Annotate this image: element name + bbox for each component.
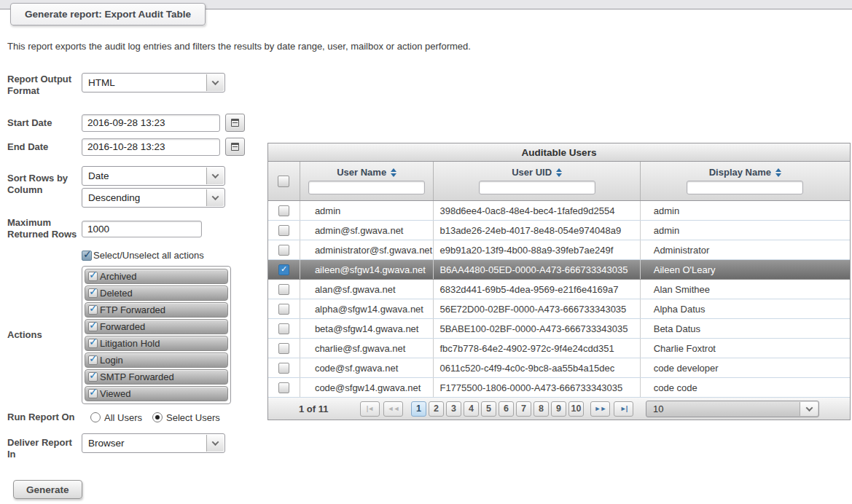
- output-format-select[interactable]: HTML: [82, 73, 225, 92]
- last-page-icon: ►|: [620, 405, 627, 412]
- max-rows-input[interactable]: [82, 221, 202, 237]
- tab-generate-report[interactable]: Generate report: Export Audit Table: [10, 3, 206, 25]
- sort-direction-select[interactable]: Descending: [82, 188, 225, 208]
- table-row[interactable]: ✓ administrator@sf.gwava.net e9b91a20-13…: [268, 240, 850, 260]
- form-row-sort: Sort Rows by Column Date Descending: [7, 166, 264, 208]
- row-checkbox[interactable]: ✓: [278, 205, 289, 216]
- page-number-button[interactable]: 3: [446, 401, 461, 417]
- action-checkbox[interactable]: ✓: [88, 355, 98, 365]
- row-checkbox[interactable]: ✓: [278, 363, 289, 374]
- user-uid-cell: 56E72D00-02BF-0000-A473-666733343035: [434, 299, 640, 318]
- run-report-on-label: Run Report On: [7, 412, 82, 423]
- row-checkbox[interactable]: ✓: [278, 382, 289, 393]
- sort-direction-value: Descending: [88, 192, 140, 203]
- table-row[interactable]: ✓ admin 398d6ee4-0ac8-48e4-bec4-1fafed9d…: [268, 201, 850, 221]
- select-all-rows-checkbox[interactable]: ✓: [278, 176, 289, 187]
- page-number-button[interactable]: 2: [429, 401, 444, 417]
- calendar-icon: [231, 143, 239, 151]
- row-checkbox[interactable]: ✓: [278, 323, 289, 334]
- end-date-label: End Date: [7, 141, 82, 153]
- table-row[interactable]: ✓ alpha@sfgw14.gwava.net 56E72D00-02BF-0…: [268, 299, 850, 319]
- page-number-button[interactable]: 9: [551, 401, 566, 417]
- display-name-cell: Beta Datus: [641, 319, 850, 338]
- action-item[interactable]: ✓ SMTP Forwarded: [85, 369, 228, 385]
- table-row[interactable]: ✓ beta@sfgw14.gwava.net 5BABE100-02BF-00…: [268, 319, 850, 339]
- page-number-button[interactable]: 5: [481, 401, 496, 417]
- actions-label: Actions: [7, 329, 82, 341]
- display-name-cell: code code: [641, 378, 850, 397]
- deliver-report-select[interactable]: Browser: [82, 433, 225, 453]
- row-checkbox[interactable]: ✓: [278, 245, 289, 256]
- select-all-actions-checkbox[interactable]: ✓: [82, 251, 92, 261]
- table-row[interactable]: ✓ code@sf.gwava.net 0611c520-c4f9-4c0c-9…: [268, 358, 850, 378]
- sort-icon: [775, 168, 781, 177]
- action-label: Login: [100, 355, 123, 366]
- column-header-user-name[interactable]: User Name: [300, 167, 434, 178]
- action-checkbox[interactable]: ✓: [88, 288, 98, 298]
- action-checkbox[interactable]: ✓: [88, 305, 98, 315]
- action-item[interactable]: ✓ Litigation Hold: [85, 336, 228, 351]
- row-checkbox[interactable]: ✓: [278, 284, 289, 295]
- end-date-input[interactable]: [82, 138, 220, 156]
- generate-button[interactable]: Generate: [13, 480, 82, 499]
- table-row[interactable]: ✓ alan@sf.gwava.net 6832d441-69b5-4dea-9…: [268, 280, 850, 299]
- deliver-report-value: Browser: [88, 438, 125, 449]
- user-uid-cell: B6AA4480-05ED-0000-A473-666733343035: [434, 260, 640, 279]
- table-row[interactable]: ✓ admin@sf.gwava.net b13ade26-24eb-4017-…: [268, 221, 850, 240]
- table-row[interactable]: ✓ code@sfgw14.gwava.net F1775500-1806-00…: [268, 378, 850, 398]
- user-uid-cell: 5BABE100-02BF-0000-A473-666733343035: [434, 319, 640, 338]
- page-number-button[interactable]: 10: [568, 401, 584, 417]
- table-row[interactable]: ✓ aileen@sfgw14.gwava.net B6AA4480-05ED-…: [268, 260, 850, 280]
- table-row[interactable]: ✓ charlie@sf.gwava.net fbc7b778-64e2-490…: [268, 339, 850, 358]
- action-item[interactable]: ✓ Viewed: [85, 386, 228, 401]
- action-item[interactable]: ✓ Deleted: [85, 286, 228, 301]
- action-checkbox[interactable]: ✓: [88, 389, 98, 398]
- end-date-calendar-button[interactable]: [225, 138, 245, 156]
- calendar-icon: [231, 119, 239, 127]
- page-number-button[interactable]: 4: [464, 401, 479, 417]
- row-checkbox[interactable]: ✓: [278, 343, 289, 354]
- page-size-select[interactable]: 10: [646, 401, 819, 417]
- select-users-radio-label: Select Users: [166, 412, 220, 423]
- first-page-button[interactable]: |◄: [360, 401, 380, 417]
- action-checkbox[interactable]: ✓: [88, 372, 98, 382]
- action-item[interactable]: ✓ FTP Forwarded: [85, 302, 228, 318]
- start-date-calendar-button[interactable]: [225, 114, 245, 132]
- action-checkbox[interactable]: ✓: [88, 339, 98, 348]
- row-checkbox[interactable]: ✓: [278, 304, 289, 315]
- chevron-down-icon: [206, 435, 224, 452]
- user-uid-filter-input[interactable]: [479, 181, 595, 194]
- column-header-user-uid[interactable]: User UID: [434, 167, 639, 178]
- action-checkbox[interactable]: ✓: [88, 322, 98, 331]
- page-number-button[interactable]: 1: [411, 401, 426, 417]
- table-header-row: ✓ User Name User UID Display Name: [267, 162, 851, 201]
- action-item[interactable]: ✓ Forwarded: [85, 319, 228, 334]
- sort-icon: [556, 168, 562, 177]
- column-header-display-name[interactable]: Display Name: [641, 167, 850, 178]
- chevron-down-icon: [206, 168, 224, 184]
- select-users-radio[interactable]: [152, 412, 163, 422]
- all-users-radio[interactable]: [90, 412, 101, 422]
- prev-page-button[interactable]: ◄◄: [383, 401, 403, 417]
- page-number-button[interactable]: 8: [534, 401, 549, 417]
- action-label: SMTP Forwarded: [100, 371, 174, 382]
- user-name-cell: code@sfgw14.gwava.net: [300, 378, 434, 397]
- page-status: 1 of 11: [299, 403, 341, 414]
- user-name-cell: admin: [300, 201, 434, 220]
- sort-column-select[interactable]: Date: [82, 166, 225, 186]
- start-date-input[interactable]: [82, 114, 220, 132]
- row-checkbox[interactable]: ✓: [278, 264, 289, 275]
- form-row-end-date: End Date: [7, 138, 264, 156]
- action-item[interactable]: ✓ Login: [85, 353, 228, 368]
- user-name-filter-input[interactable]: [308, 181, 425, 194]
- check-icon: ✓: [89, 319, 98, 331]
- action-item[interactable]: ✓ Archived: [85, 269, 228, 284]
- action-checkbox[interactable]: ✓: [88, 272, 98, 281]
- display-name-cell: Charlie Foxtrot: [641, 339, 850, 358]
- last-page-button[interactable]: ►|: [614, 401, 633, 417]
- page-number-button[interactable]: 7: [516, 401, 531, 417]
- page-number-button[interactable]: 6: [499, 401, 514, 417]
- next-page-button[interactable]: ►►: [590, 401, 610, 417]
- row-checkbox[interactable]: ✓: [278, 225, 289, 236]
- display-name-filter-input[interactable]: [687, 181, 803, 194]
